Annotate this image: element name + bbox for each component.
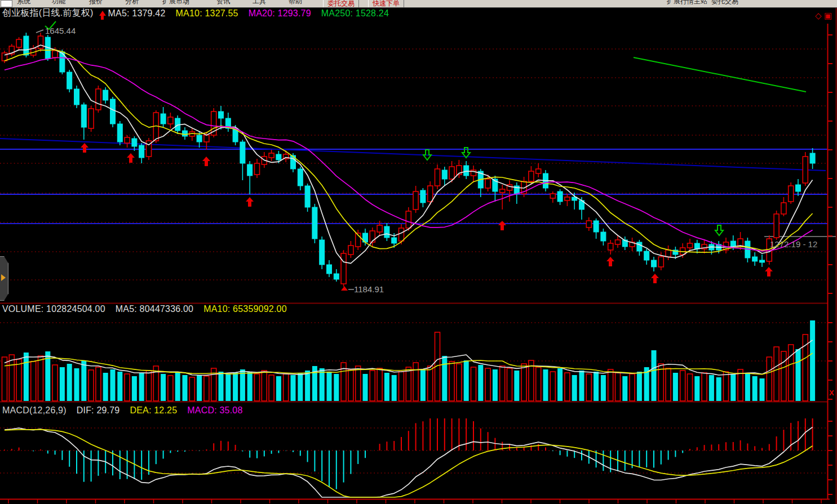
diamond-icon[interactable]: ◇ [815,11,822,21]
menu-item-5[interactable]: 资讯 [216,0,230,6]
high-price-label: 1645.44 [45,26,76,35]
macd-pane-header: MACD(12,26,9) DIF: 29.79 DEA: 12.25 MACD… [2,405,243,416]
menu-item-0[interactable]: 系统 [17,0,30,6]
symbol-title: 创业板指(日线.前复权) [2,7,94,19]
menu-right-1[interactable]: 委托交易 [711,0,738,6]
menu-right-0[interactable]: 扩展行情主站 [667,0,707,6]
buy-signal-icon [202,157,210,166]
macd-histogram [5,418,813,489]
menu-item-3[interactable]: 分析 [125,0,139,6]
buy-signal-icon [765,267,773,276]
sidebar-expand-tab[interactable] [0,256,8,301]
trend-up-icon [99,11,106,16]
ma250-value: MA250: 1528.24 [321,8,389,19]
level-price-label: 1272.19 - 12 [770,239,817,249]
trade-button[interactable]: 委托交易 [323,0,359,8]
quick-order-button-label: 快速下单 [369,0,404,8]
app-icon[interactable] [1,0,12,7]
menu-item-1[interactable]: 功能 [52,0,65,6]
annotation-marks [36,21,354,291]
ma20-value: MA20: 1293.79 [249,8,311,19]
buy-signal-icon [246,197,254,207]
chart-canvas[interactable] [0,0,837,504]
axes [0,7,836,504]
volume-ma-lines [5,340,813,376]
ma5-value: MA5: 1379.42 [108,8,166,19]
dif-value: DIF: 29.79 [77,405,120,416]
macd-name: MACD(12,26,9) [2,405,67,416]
maximize-icon[interactable]: ▣ [824,11,832,21]
buy-signal-icon [498,221,506,230]
ma10-value: MA10: 1327.55 [176,8,238,19]
dea-value: DEA: 12.25 [130,405,177,416]
menu-bar: 系统 功能 报价 分析 扩展市场 资讯 工具 帮助 委托交易 快速下单 扩展行情… [0,0,837,8]
low-price-label: 1184.91 [354,284,384,294]
menu-item-2[interactable]: 报价 [89,0,103,6]
main-pane-header: 创业板指(日线.前复权) MA5: 1379.42 MA10: 1327.55 … [2,7,389,19]
expand-arrow-icon [1,274,6,281]
volume-ma10-value: MA10: 65359092.00 [203,304,287,314]
buy-signal-icon [651,274,659,283]
volume-bars [2,320,816,401]
menu-item-7[interactable]: 帮助 [289,0,302,6]
trade-button-label: 委托交易 [324,0,358,8]
menu-item-6[interactable]: 工具 [253,0,266,6]
quick-order-button[interactable]: 快速下单 [368,0,404,8]
buy-signal-icon [81,143,88,153]
sell-signal-icon [715,225,723,235]
macd-value: MACD: 35.08 [187,405,242,416]
buy-signal-icon [127,153,135,163]
menu-item-4[interactable]: 扩展市场 [162,0,189,6]
close-pane-icon[interactable]: X [829,389,834,397]
buy-signal-icon [606,257,614,266]
app-window: 系统 功能 报价 分析 扩展市场 资讯 工具 帮助 委托交易 快速下单 扩展行情… [0,0,837,504]
volume-pane-header: VOLUME: 102824504.00 MA5: 80447336.00 MA… [2,304,287,314]
volume-ma5-value: MA5: 80447336.00 [116,304,193,314]
volume-value: VOLUME: 102824504.00 [2,304,105,314]
candles [2,33,816,287]
